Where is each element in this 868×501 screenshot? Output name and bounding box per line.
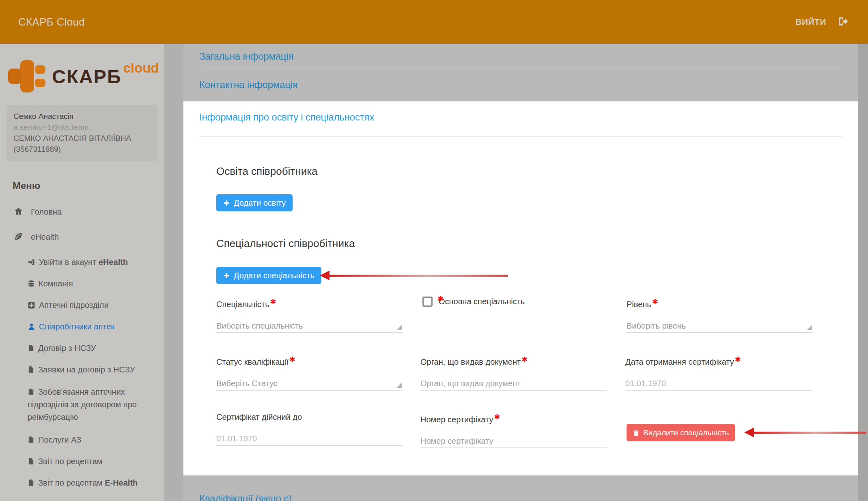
issuing-authority-control xyxy=(420,377,607,391)
sidebar-item-label: Договір з НСЗУ xyxy=(38,344,96,353)
accordion-general-info[interactable]: Загальна інформація xyxy=(199,51,293,62)
required-marker: ✱ xyxy=(289,355,295,363)
field-main-specialty: ✱ Основна спеціальність xyxy=(422,297,525,307)
user-full-name: СЕМКО АНАСТАСІЯ ВІТАЛІЇВНА xyxy=(13,133,151,144)
sidebar-item-pharmacy-employees[interactable]: Співробітники аптек xyxy=(0,321,164,332)
required-marker: ✱ xyxy=(494,413,500,421)
field-specialty: Спеціальність✱ Виберіть спеціальність xyxy=(216,297,403,333)
leaf-icon xyxy=(14,232,23,241)
required-marker: ✱ xyxy=(521,355,528,363)
field-label: Номер сертифікату✱ xyxy=(420,413,607,424)
select-placeholder: Виберіть рівень xyxy=(627,321,686,331)
main-specialty-checkbox[interactable] xyxy=(422,297,433,307)
accordion-qualifications[interactable]: Кваліфікації (якщо є) xyxy=(199,493,292,501)
specialties-block-title: Спеціальності співробітника xyxy=(216,237,355,250)
certificate-valid-until-input[interactable]: 01.01.1970 xyxy=(216,432,403,446)
field-label: Сертифікат дійсний до xyxy=(216,413,403,422)
sidebar-item-pharmacy-units[interactable]: Аптечні підрозділи xyxy=(0,300,164,310)
specialty-select[interactable]: Виберіть спеціальність xyxy=(216,320,403,333)
required-marker: ✱ xyxy=(652,298,658,306)
logout-button[interactable]: ВИЙТИ xyxy=(795,16,849,28)
file-icon xyxy=(28,479,34,487)
accordion-education-info[interactable]: Інформація про освіту і спеціальностях xyxy=(199,112,374,123)
add-education-button[interactable]: Додати освіту xyxy=(216,194,293,211)
accordion-contact-info[interactable]: Контактна інформація xyxy=(199,79,298,90)
sidebar: СКАРБ cloud Семко Анастасія a.semko+1@rk… xyxy=(0,44,164,501)
annotation-arrow-add-specialty xyxy=(330,275,508,277)
education-block-title: Освіта співробітника xyxy=(216,165,318,178)
sidebar-item-label: Аптечні підрозділи xyxy=(39,301,109,310)
app-canvas: СКАРБ Cloud ВИЙТИ СКАРБ cloud Семко Анас… xyxy=(0,0,868,501)
divider xyxy=(199,136,842,137)
field-label: Спеціальність✱ xyxy=(216,297,403,309)
date-value: 01.01.1970 xyxy=(625,379,666,388)
delete-specialty-label: Видалити спеціальність xyxy=(643,428,729,437)
field-issuing-authority: Орган, що видав документ✱ xyxy=(420,355,607,391)
field-label: Дата отримання сертифікату✱ xyxy=(625,355,812,367)
topbar: СКАРБ Cloud ВИЙТИ xyxy=(0,0,868,44)
menu-title: Меню xyxy=(13,180,40,191)
brand-logo: СКАРБ cloud xyxy=(8,60,159,92)
sidebar-item-label-bold: E-Health xyxy=(105,478,138,487)
issuing-authority-input[interactable] xyxy=(420,379,607,388)
select-placeholder: Виберіть Статус xyxy=(216,379,278,388)
layout-gap xyxy=(164,44,183,501)
app-title: СКАРБ Cloud xyxy=(18,16,85,28)
file-icon xyxy=(28,388,34,396)
field-level: Рівень✱ Виберіть рівень xyxy=(627,297,813,333)
field-label: Рівень✱ xyxy=(627,297,813,309)
certificate-number-control xyxy=(420,435,607,448)
home-icon xyxy=(14,206,23,216)
trash-icon xyxy=(633,429,640,436)
brand-suffix: cloud xyxy=(123,60,159,76)
certificate-number-input[interactable] xyxy=(420,436,607,446)
sidebar-item-ehealth[interactable]: eHealth xyxy=(0,232,164,242)
field-label: Орган, що видав документ✱ xyxy=(420,355,607,367)
required-marker: ✱ xyxy=(270,298,276,306)
user-display-name: Семко Анастасія xyxy=(13,111,151,122)
file-icon xyxy=(28,366,34,374)
sign-out-icon xyxy=(838,16,849,28)
field-qualification-status: Статус кваліфікації✱ Виберіть Статус xyxy=(216,355,403,391)
field-certificate-number: Номер сертифікату✱ xyxy=(420,413,607,448)
sidebar-item-label: Увійти в акаунт xyxy=(39,258,99,267)
sidebar-item-prescription-report-medical[interactable]: Звіт по рецептам на медичні xyxy=(0,499,164,501)
user-info-box: Семко Анастасія a.semko+1@rks.team СЕМКО… xyxy=(6,105,157,161)
dropdown-corner-icon xyxy=(396,325,402,330)
sidebar-item-prescription-report-ehealth[interactable]: Звіт по рецептам E-Health xyxy=(0,477,164,488)
sidebar-menu: Головна eHealth Увійти в акаунт eHealth … xyxy=(0,206,164,501)
file-icon xyxy=(28,436,34,444)
delete-specialty-button[interactable]: Видалити спеціальність xyxy=(627,424,735,441)
file-icon xyxy=(28,457,34,465)
main-specialty-label: ✱ Основна спеціальність xyxy=(439,297,525,306)
education-specialties-section: Інформація про освіту і спеціальностях О… xyxy=(183,101,858,475)
level-select[interactable]: Виберіть рівень xyxy=(627,320,813,333)
sidebar-item-ehealth-login[interactable]: Увійти в акаунт eHealth xyxy=(0,257,164,267)
user-md-icon xyxy=(28,323,35,331)
sidebar-item-label: Компанія xyxy=(39,279,73,288)
sidebar-item-reimbursement-obligations[interactable]: Зобов'язання аптечних підрозділів за дог… xyxy=(0,386,164,424)
sidebar-item-label: Головна xyxy=(31,207,62,216)
sidebar-item-label: Послуги АЗ xyxy=(38,435,81,444)
dropdown-corner-icon xyxy=(396,383,402,388)
brand-name: СКАРБ xyxy=(52,65,122,88)
sidebar-item-label: Зобов'язання аптечних підрозділів за дог… xyxy=(28,387,137,421)
sidebar-item-label: Звіт по рецептам xyxy=(38,478,105,487)
certificate-date-input[interactable]: 01.01.1970 xyxy=(625,377,812,391)
sidebar-item-nszu-contract[interactable]: Договір з НСЗУ xyxy=(0,343,164,353)
add-specialty-label: Додати спеціальність xyxy=(234,271,314,280)
required-marker: ✱ xyxy=(735,355,741,363)
sidebar-item-home[interactable]: Головна xyxy=(0,206,164,217)
plus-square-icon xyxy=(28,301,35,309)
user-code: (3567311889) xyxy=(13,144,151,155)
sidebar-item-label: eHealth xyxy=(31,232,59,241)
plus-icon xyxy=(223,272,230,279)
sidebar-item-az-services[interactable]: Послуги АЗ xyxy=(0,434,164,445)
qualification-status-select[interactable]: Виберіть Статус xyxy=(216,377,403,391)
select-placeholder: Виберіть спеціальність xyxy=(216,321,303,331)
sidebar-item-company[interactable]: Компанія xyxy=(0,278,164,289)
sidebar-item-label-bold: eHealth xyxy=(99,258,128,267)
sidebar-item-prescription-report[interactable]: Звіт по рецептам xyxy=(0,456,164,467)
sidebar-item-nszu-contract-applications[interactable]: Заявки на договір з НСЗУ xyxy=(0,364,164,375)
add-specialty-button[interactable]: Додати спеціальність xyxy=(216,267,321,284)
